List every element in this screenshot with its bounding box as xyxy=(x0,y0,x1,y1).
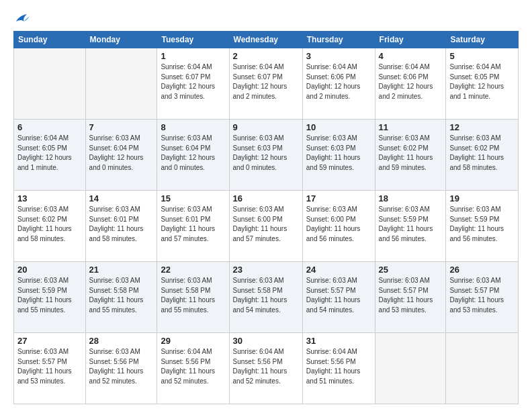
day-info: Sunrise: 6:03 AMSunset: 5:57 PMDaylight:… xyxy=(306,276,371,315)
day-number: 6 xyxy=(17,122,82,132)
calendar-day-cell xyxy=(85,48,157,120)
day-info: Sunrise: 6:03 AMSunset: 5:59 PMDaylight:… xyxy=(449,205,515,244)
logo xyxy=(13,12,30,24)
day-number: 18 xyxy=(379,193,443,203)
day-info: Sunrise: 6:04 AMSunset: 6:07 PMDaylight:… xyxy=(233,62,299,101)
weekday-header-tuesday: Tuesday xyxy=(157,32,229,48)
day-info: Sunrise: 6:03 AMSunset: 6:02 PMDaylight:… xyxy=(449,134,515,173)
day-number: 10 xyxy=(306,122,371,132)
day-info: Sunrise: 6:03 AMSunset: 6:00 PMDaylight:… xyxy=(306,205,371,244)
calendar-day-cell: 16Sunrise: 6:03 AMSunset: 6:00 PMDayligh… xyxy=(229,191,302,262)
calendar-day-cell: 19Sunrise: 6:03 AMSunset: 5:59 PMDayligh… xyxy=(446,191,519,262)
calendar-week-row: 27Sunrise: 6:03 AMSunset: 5:57 PMDayligh… xyxy=(14,333,519,404)
day-number: 20 xyxy=(17,265,82,275)
day-info: Sunrise: 6:04 AMSunset: 6:05 PMDaylight:… xyxy=(449,62,515,101)
day-info: Sunrise: 6:03 AMSunset: 6:00 PMDaylight:… xyxy=(233,205,299,244)
calendar-day-cell: 20Sunrise: 6:03 AMSunset: 5:59 PMDayligh… xyxy=(14,262,86,333)
day-info: Sunrise: 6:04 AMSunset: 5:56 PMDaylight:… xyxy=(306,347,371,386)
calendar-day-cell xyxy=(375,333,446,404)
calendar-day-cell: 15Sunrise: 6:03 AMSunset: 6:01 PMDayligh… xyxy=(157,191,229,262)
calendar-day-cell: 12Sunrise: 6:03 AMSunset: 6:02 PMDayligh… xyxy=(446,120,519,191)
day-info: Sunrise: 6:04 AMSunset: 6:05 PMDaylight:… xyxy=(17,134,82,173)
day-info: Sunrise: 6:03 AMSunset: 6:02 PMDaylight:… xyxy=(379,134,443,173)
weekday-header-thursday: Thursday xyxy=(302,32,375,48)
calendar-day-cell: 21Sunrise: 6:03 AMSunset: 5:58 PMDayligh… xyxy=(85,262,157,333)
weekday-header-saturday: Saturday xyxy=(446,32,519,48)
day-info: Sunrise: 6:03 AMSunset: 6:02 PMDaylight:… xyxy=(17,205,82,244)
day-number: 11 xyxy=(379,122,443,132)
day-number: 2 xyxy=(233,51,299,61)
day-number: 29 xyxy=(161,336,225,346)
day-info: Sunrise: 6:03 AMSunset: 5:56 PMDaylight:… xyxy=(89,347,154,386)
day-number: 8 xyxy=(161,122,225,132)
calendar-day-cell: 18Sunrise: 6:03 AMSunset: 5:59 PMDayligh… xyxy=(375,191,446,262)
day-info: Sunrise: 6:03 AMSunset: 6:04 PMDaylight:… xyxy=(161,134,225,173)
day-info: Sunrise: 6:03 AMSunset: 5:59 PMDaylight:… xyxy=(17,276,82,315)
calendar-day-cell: 6Sunrise: 6:04 AMSunset: 6:05 PMDaylight… xyxy=(14,120,86,191)
weekday-header-wednesday: Wednesday xyxy=(229,32,302,48)
calendar-day-cell: 25Sunrise: 6:03 AMSunset: 5:57 PMDayligh… xyxy=(375,262,446,333)
calendar-day-cell: 4Sunrise: 6:04 AMSunset: 6:06 PMDaylight… xyxy=(375,48,446,120)
day-number: 30 xyxy=(233,336,299,346)
day-number: 31 xyxy=(306,336,371,346)
calendar-day-cell: 24Sunrise: 6:03 AMSunset: 5:57 PMDayligh… xyxy=(302,262,375,333)
day-number: 7 xyxy=(89,122,154,132)
day-number: 23 xyxy=(233,265,299,275)
day-number: 19 xyxy=(449,193,515,203)
day-number: 1 xyxy=(161,51,225,61)
day-number: 13 xyxy=(17,193,82,203)
day-number: 3 xyxy=(306,51,371,61)
day-info: Sunrise: 6:04 AMSunset: 5:56 PMDaylight:… xyxy=(233,347,299,386)
day-info: Sunrise: 6:04 AMSunset: 6:07 PMDaylight:… xyxy=(161,62,225,101)
calendar-day-cell: 7Sunrise: 6:03 AMSunset: 6:04 PMDaylight… xyxy=(85,120,157,191)
calendar-day-cell: 9Sunrise: 6:03 AMSunset: 6:03 PMDaylight… xyxy=(229,120,302,191)
calendar-day-cell: 10Sunrise: 6:03 AMSunset: 6:03 PMDayligh… xyxy=(302,120,375,191)
day-info: Sunrise: 6:04 AMSunset: 6:06 PMDaylight:… xyxy=(379,62,443,101)
calendar-day-cell xyxy=(446,333,519,404)
day-number: 27 xyxy=(17,336,82,346)
calendar-day-cell: 5Sunrise: 6:04 AMSunset: 6:05 PMDaylight… xyxy=(446,48,519,120)
day-info: Sunrise: 6:03 AMSunset: 5:58 PMDaylight:… xyxy=(89,276,154,315)
page: SundayMondayTuesdayWednesdayThursdayFrid… xyxy=(0,0,532,411)
calendar-day-cell: 2Sunrise: 6:04 AMSunset: 6:07 PMDaylight… xyxy=(229,48,302,120)
calendar-day-cell: 8Sunrise: 6:03 AMSunset: 6:04 PMDaylight… xyxy=(157,120,229,191)
day-number: 9 xyxy=(233,122,299,132)
calendar-day-cell: 31Sunrise: 6:04 AMSunset: 5:56 PMDayligh… xyxy=(302,333,375,404)
calendar-day-cell: 3Sunrise: 6:04 AMSunset: 6:06 PMDaylight… xyxy=(302,48,375,120)
calendar-day-cell: 1Sunrise: 6:04 AMSunset: 6:07 PMDaylight… xyxy=(157,48,229,120)
day-number: 14 xyxy=(89,193,154,203)
day-info: Sunrise: 6:03 AMSunset: 5:58 PMDaylight:… xyxy=(233,276,299,315)
day-info: Sunrise: 6:03 AMSunset: 6:04 PMDaylight:… xyxy=(89,134,154,173)
calendar-day-cell: 30Sunrise: 6:04 AMSunset: 5:56 PMDayligh… xyxy=(229,333,302,404)
day-info: Sunrise: 6:03 AMSunset: 6:01 PMDaylight:… xyxy=(161,205,225,244)
calendar-day-cell: 23Sunrise: 6:03 AMSunset: 5:58 PMDayligh… xyxy=(229,262,302,333)
day-info: Sunrise: 6:04 AMSunset: 6:06 PMDaylight:… xyxy=(306,62,371,101)
day-info: Sunrise: 6:03 AMSunset: 5:59 PMDaylight:… xyxy=(379,205,443,244)
day-info: Sunrise: 6:03 AMSunset: 6:01 PMDaylight:… xyxy=(89,205,154,244)
calendar-day-cell: 22Sunrise: 6:03 AMSunset: 5:58 PMDayligh… xyxy=(157,262,229,333)
day-info: Sunrise: 6:04 AMSunset: 5:56 PMDaylight:… xyxy=(161,347,225,386)
calendar-header-row: SundayMondayTuesdayWednesdayThursdayFrid… xyxy=(14,32,519,48)
calendar-day-cell: 11Sunrise: 6:03 AMSunset: 6:02 PMDayligh… xyxy=(375,120,446,191)
day-number: 5 xyxy=(449,51,515,61)
calendar-week-row: 6Sunrise: 6:04 AMSunset: 6:05 PMDaylight… xyxy=(14,120,519,191)
weekday-header-friday: Friday xyxy=(375,32,446,48)
day-number: 24 xyxy=(306,265,371,275)
weekday-header-sunday: Sunday xyxy=(14,32,86,48)
day-number: 17 xyxy=(306,193,371,203)
day-number: 21 xyxy=(89,265,154,275)
day-info: Sunrise: 6:03 AMSunset: 6:03 PMDaylight:… xyxy=(233,134,299,173)
logo-bird-icon xyxy=(15,12,30,24)
calendar-day-cell: 29Sunrise: 6:04 AMSunset: 5:56 PMDayligh… xyxy=(157,333,229,404)
day-number: 22 xyxy=(161,265,225,275)
calendar-day-cell: 28Sunrise: 6:03 AMSunset: 5:56 PMDayligh… xyxy=(85,333,157,404)
day-info: Sunrise: 6:03 AMSunset: 5:57 PMDaylight:… xyxy=(17,347,82,386)
day-number: 28 xyxy=(89,336,154,346)
day-number: 4 xyxy=(379,51,443,61)
calendar-week-row: 20Sunrise: 6:03 AMSunset: 5:59 PMDayligh… xyxy=(14,262,519,333)
day-info: Sunrise: 6:03 AMSunset: 5:58 PMDaylight:… xyxy=(161,276,225,315)
calendar-table: SundayMondayTuesdayWednesdayThursdayFrid… xyxy=(13,31,519,404)
day-info: Sunrise: 6:03 AMSunset: 6:03 PMDaylight:… xyxy=(306,134,371,173)
calendar-day-cell: 26Sunrise: 6:03 AMSunset: 5:57 PMDayligh… xyxy=(446,262,519,333)
day-number: 26 xyxy=(449,265,515,275)
